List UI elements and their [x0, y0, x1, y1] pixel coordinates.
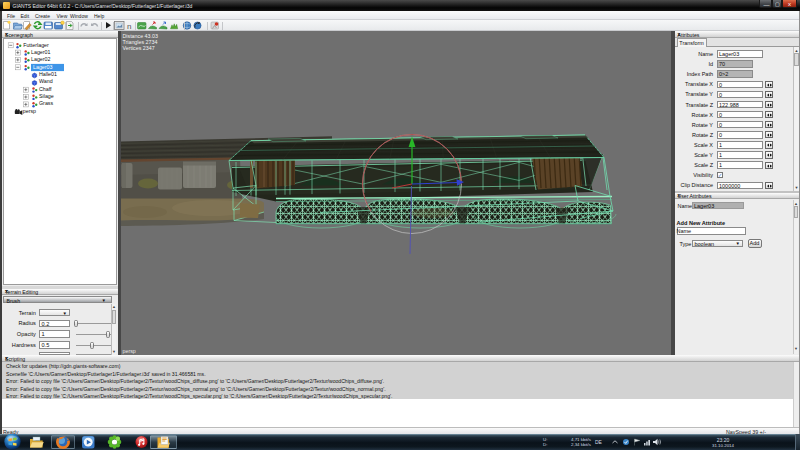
svg-text:Triangles 2734: Triangles 2734 — [123, 39, 158, 45]
svg-text:persp: persp — [123, 348, 136, 354]
svg-text:Vertices 2347: Vertices 2347 — [123, 45, 155, 51]
svg-text:n: n — [127, 22, 131, 31]
svg-text:Distance 43.03: Distance 43.03 — [123, 33, 158, 39]
